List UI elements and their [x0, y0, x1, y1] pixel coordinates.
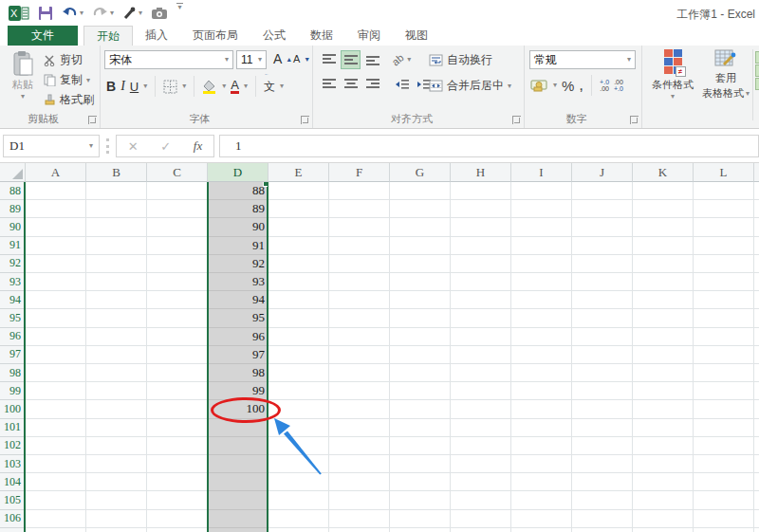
cell-C92[interactable] [147, 255, 208, 273]
qat-customize-button[interactable]: ▾ [175, 3, 185, 24]
wrap-text-button[interactable]: 自动换行 [429, 52, 492, 68]
cell-D93[interactable]: 93 [208, 273, 268, 291]
cell-C95[interactable] [147, 309, 208, 327]
phonetic-dropdown-icon[interactable]: ▾ [280, 83, 284, 90]
borders-icon[interactable] [163, 80, 177, 94]
decrease-indent-button[interactable] [392, 75, 412, 94]
cell-F101[interactable] [329, 419, 390, 437]
redo-dropdown-icon[interactable]: ▾ [110, 9, 114, 17]
insert-function-icon[interactable]: fx [194, 138, 202, 154]
cell-G106[interactable] [390, 510, 451, 528]
cell-D105[interactable] [208, 491, 268, 509]
cell-K94[interactable] [633, 291, 694, 309]
cell-F100[interactable] [329, 400, 390, 418]
touch-dropdown-icon[interactable]: ▾ [139, 9, 142, 17]
cell-partial-90[interactable] [754, 218, 759, 236]
cell-I95[interactable] [511, 309, 572, 327]
cell-C94[interactable] [147, 291, 208, 309]
accounting-dropdown-icon[interactable]: ▾ [553, 82, 557, 89]
orientation-dropdown-icon[interactable]: ▾ [407, 56, 411, 64]
cell-D94[interactable]: 94 [208, 291, 268, 309]
cell-J90[interactable] [572, 218, 633, 236]
cell-K107[interactable] [633, 528, 694, 532]
cell-partial-107[interactable] [754, 528, 759, 532]
row-header-105[interactable]: 105 [0, 491, 26, 509]
cell-B102[interactable] [86, 437, 147, 455]
cell-H103[interactable] [451, 455, 511, 473]
copy-button[interactable]: 复制 ▾ [44, 72, 90, 88]
cell-partial-95[interactable] [754, 309, 759, 327]
cell-L97[interactable] [694, 346, 754, 364]
cancel-icon[interactable]: ✕ [128, 139, 139, 154]
merge-center-button[interactable]: 合并后居中 ▾ [429, 78, 511, 94]
cell-L104[interactable] [694, 473, 754, 491]
cell-L88[interactable] [694, 182, 754, 200]
cell-J92[interactable] [572, 255, 633, 273]
name-box-dropdown-icon[interactable]: ▾ [89, 142, 93, 150]
cell-E88[interactable] [268, 182, 329, 200]
cell-G104[interactable] [390, 473, 451, 491]
row-header-91[interactable]: 91 [0, 237, 26, 255]
column-header-F[interactable]: F [329, 163, 390, 182]
cell-F94[interactable] [329, 291, 390, 309]
cell-K100[interactable] [633, 400, 694, 418]
cell-B94[interactable] [86, 291, 147, 309]
tab-review[interactable]: 审阅 [345, 26, 393, 46]
align-middle-button[interactable] [341, 50, 361, 69]
cell-E89[interactable] [268, 200, 329, 218]
underline-dropdown-icon[interactable]: ▾ [143, 83, 147, 90]
formula-input[interactable]: 1 [219, 135, 759, 157]
cell-E106[interactable] [268, 510, 329, 528]
cell-A100[interactable] [26, 400, 86, 418]
cell-D97[interactable]: 97 [208, 346, 268, 364]
cell-partial-92[interactable] [754, 255, 759, 273]
cell-D106[interactable] [208, 510, 268, 528]
cell-A107[interactable] [26, 528, 86, 532]
row-header-99[interactable]: 99 [0, 382, 26, 400]
cell-I107[interactable] [511, 528, 572, 532]
increase-decimal-button[interactable]: +.0.00 [600, 79, 609, 92]
cell-F88[interactable] [329, 182, 390, 200]
cell-E94[interactable] [268, 291, 329, 309]
cell-A102[interactable] [26, 437, 86, 455]
cell-K96[interactable] [633, 328, 694, 346]
cell-B100[interactable] [86, 400, 147, 418]
row-header-93[interactable]: 93 [0, 273, 26, 291]
cell-L102[interactable] [694, 437, 754, 455]
cell-C100[interactable] [147, 400, 208, 418]
cell-G107[interactable] [390, 528, 451, 532]
cell-H102[interactable] [451, 437, 511, 455]
number-format-combo[interactable]: 常规 ▾ [529, 50, 636, 69]
cell-H99[interactable] [451, 382, 511, 400]
cell-J94[interactable] [572, 291, 633, 309]
cell-B101[interactable] [86, 419, 147, 437]
cell-K101[interactable] [633, 419, 694, 437]
cell-E97[interactable] [268, 346, 329, 364]
cell-partial-94[interactable] [754, 291, 759, 309]
cell-C101[interactable] [147, 419, 208, 437]
cell-G98[interactable] [390, 364, 451, 382]
cell-A103[interactable] [26, 455, 86, 473]
cell-F107[interactable] [329, 528, 390, 532]
cell-B92[interactable] [86, 255, 147, 273]
formula-bar-resize-handle[interactable] [106, 138, 109, 154]
cell-B103[interactable] [86, 455, 147, 473]
cell-K105[interactable] [633, 491, 694, 509]
cell-F95[interactable] [329, 309, 390, 327]
cell-C88[interactable] [147, 182, 208, 200]
cell-E91[interactable] [268, 237, 329, 255]
cell-K93[interactable] [633, 273, 694, 291]
cell-A91[interactable] [26, 237, 86, 255]
phonetic-guide-button[interactable]: ˊ˙ 文 [264, 79, 275, 95]
cell-A95[interactable] [26, 309, 86, 327]
cell-D102[interactable] [208, 437, 268, 455]
cell-B95[interactable] [86, 309, 147, 327]
column-header-E[interactable]: E [268, 163, 329, 182]
cell-J91[interactable] [572, 237, 633, 255]
cell-H106[interactable] [451, 510, 511, 528]
cell-I100[interactable] [511, 400, 572, 418]
column-header-C[interactable]: C [147, 163, 208, 182]
cell-B106[interactable] [86, 510, 147, 528]
redo-button[interactable]: ▾ [90, 3, 116, 24]
cell-A104[interactable] [26, 473, 86, 491]
